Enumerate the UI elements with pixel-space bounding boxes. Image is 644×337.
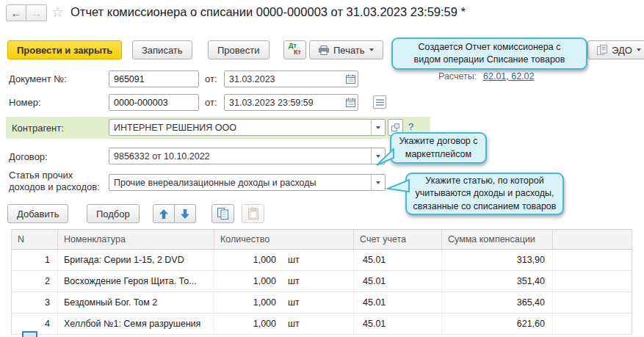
move-row-group [153,204,196,223]
paste-row-button[interactable] [242,204,264,223]
contract-value: 9856332 от 10.10.2022 [109,151,371,162]
move-down-button[interactable] [175,204,196,223]
edo-icon [597,45,608,55]
doc-from-label: от: [205,73,217,84]
kt-label: Кт [294,49,301,56]
row-number-cell[interactable]: 3 [12,292,58,313]
edo-button[interactable]: ЭДО [587,40,644,59]
article-value: Прочие внереализационные доходы и расход… [109,178,371,188]
tooltip-contract-text: Укажите договор с маркетплейсом [399,135,477,161]
list-select-button[interactable] [373,95,386,109]
doc-date-input[interactable]: 31.03.2023 [224,70,358,87]
quantity-value: 1,000 [214,297,276,308]
edo-label: ЭДО [612,45,632,56]
post-button[interactable]: Провести [208,40,269,59]
page-title: Отчет комиссионера о списании 0000-00000… [70,5,466,19]
pick-label: Подбор [96,209,130,220]
settlements-accounts-link[interactable]: 62.01, 62.02 [483,71,535,81]
quantity-cell[interactable]: 1,000 шт [214,271,354,291]
contract-label: Договор: [9,151,48,162]
add-row-button[interactable]: Добавить [7,204,68,223]
compensation-cell[interactable]: 365,40 [442,292,553,313]
pick-button[interactable]: Подбор [87,204,140,223]
post-and-close-label: Провести и закрыть [17,45,112,56]
table-row[interactable]: 1 Бригада: Серии 1-15, 2 DVD 1,000 шт 45… [12,250,632,271]
add-row-label: Добавить [17,209,59,220]
empty-cell [553,314,632,334]
datetime-input[interactable]: 31.03.2023 23:59:59 [224,94,358,111]
col-header-account[interactable]: Счет учета [354,230,442,249]
back-button[interactable]: ← [6,4,26,21]
col-header-quantity[interactable]: Количество [214,230,354,249]
favorite-star-icon[interactable]: ☆ [51,4,64,21]
compensation-cell[interactable]: 621,60 [442,314,553,334]
forward-icon: → [31,7,42,19]
chevron-down-icon [376,126,380,129]
row-number-cell[interactable]: 2 [12,271,58,291]
nomenclature-cell[interactable]: Бригада: Серии 1-15, 2 DVD [58,250,214,270]
col-header-n[interactable]: N [12,230,58,249]
quantity-cell[interactable]: 1,000 шт [214,314,354,334]
unit-value: шт [288,255,300,265]
number-label: Номер: [9,97,41,108]
nomenclature-cell[interactable]: Хеллбой №1: Семя разрушения [58,314,214,334]
dtkt-postings-button[interactable]: Дт Кт [283,40,306,59]
account-cell[interactable]: 45.01 [354,271,442,291]
article-input[interactable]: Прочие внереализационные доходы и расход… [109,174,386,191]
move-up-icon [159,209,168,219]
quantity-cell[interactable]: 1,000 шт [214,292,354,313]
number-input[interactable] [109,94,199,111]
quantity-cell[interactable]: 1,000 шт [214,250,354,270]
row-number-cell[interactable]: 1 [12,250,58,270]
print-button[interactable]: Печать [309,40,383,59]
commissioner-report-window: ← → ☆ Отчет комиссионера о списании 0000… [0,0,644,337]
list-icon [376,99,384,106]
compensation-cell[interactable]: 351,40 [442,271,553,291]
number-from-label: от: [205,97,217,108]
calendar-icon[interactable] [343,74,358,84]
table-row[interactable]: 3 Бездомный Бог. Том 2 1,000 шт 45.01 36… [12,292,632,314]
counterparty-input[interactable]: ИНТЕРНЕТ РЕШЕНИЯ ООО [109,119,386,136]
col-header-empty [553,230,632,249]
datetime-value: 31.03.2023 23:59:59 [225,98,343,108]
article-label-line2: доходов и расходов: [9,181,100,192]
dtkt-icon: Дт Кт [289,43,301,57]
nomenclature-cell[interactable]: Бездомный Бог. Том 2 [58,292,214,313]
article-dropdown-button[interactable] [371,175,385,190]
account-cell[interactable]: 45.01 [354,292,442,313]
post-and-close-button[interactable]: Провести и закрыть [7,40,122,59]
help-link[interactable]: ? [408,121,413,132]
print-icon [319,46,329,55]
open-form-icon [391,123,399,131]
move-up-button[interactable] [153,204,175,223]
forward-button[interactable]: → [26,4,47,21]
active-cell-cursor[interactable] [22,331,37,337]
compensation-cell[interactable]: 313,90 [442,250,553,270]
unit-value: шт [288,276,300,286]
nomenclature-cell[interactable]: Восхождение Героя Щита. То... [58,271,214,291]
tooltip-article: Укажите статью, по которой учитываются д… [405,173,564,215]
tooltip-operation: Создается Отчет комиссионера с видом опе… [391,37,587,70]
contract-input[interactable]: 9856332 от 10.10.2022 [109,148,386,164]
article-label-line1: Статья прочих [9,170,73,181]
account-cell[interactable]: 45.01 [354,250,442,270]
table-row[interactable]: 4 Хеллбой №1: Семя разрушения 1,000 шт 4… [12,314,632,335]
save-label: Записать [142,45,183,56]
account-cell[interactable]: 45.01 [354,314,442,334]
doc-number-label: Документ №: [9,73,67,84]
items-table: N Номенклатура Количество Счет учета Сум… [11,229,632,335]
copy-row-button[interactable] [211,204,234,223]
col-header-nomenclature[interactable]: Номенклатура [58,230,214,249]
counterparty-dropdown-button[interactable] [371,120,385,135]
table-row[interactable]: 2 Восхождение Героя Щита. То... 1,000 шт… [12,271,632,292]
doc-number-input[interactable] [109,70,199,87]
save-button[interactable]: Записать [132,40,192,59]
empty-cell [553,250,632,270]
post-label: Провести [217,45,260,56]
doc-date-value: 31.03.2023 [225,74,343,84]
col-header-compensation[interactable]: Сумма компенсации [442,230,553,249]
tooltip-tail-icon [386,178,410,195]
move-down-icon [181,209,189,219]
calendar-icon[interactable] [343,98,358,107]
tooltip-tail-icon [375,148,394,166]
